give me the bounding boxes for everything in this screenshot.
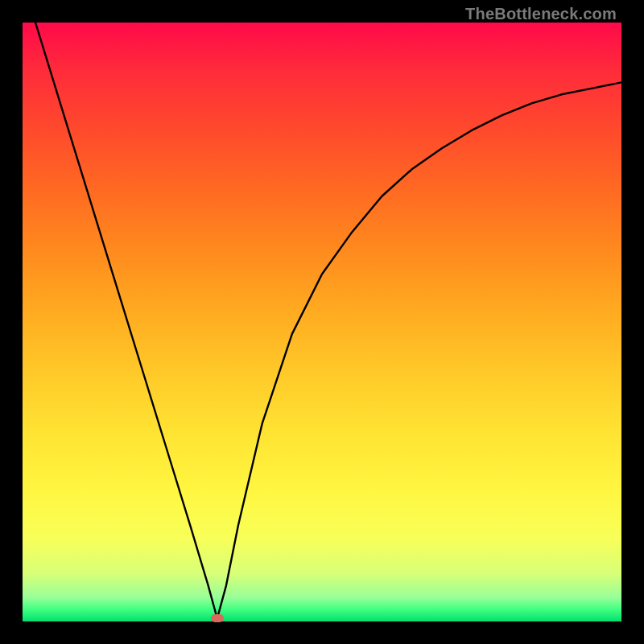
minimum-marker [211,614,224,622]
watermark-text: TheBottleneck.com [465,5,617,23]
chart-frame: TheBottleneck.com [0,0,644,644]
bottleneck-curve [23,23,621,621]
plot-area [23,23,621,621]
